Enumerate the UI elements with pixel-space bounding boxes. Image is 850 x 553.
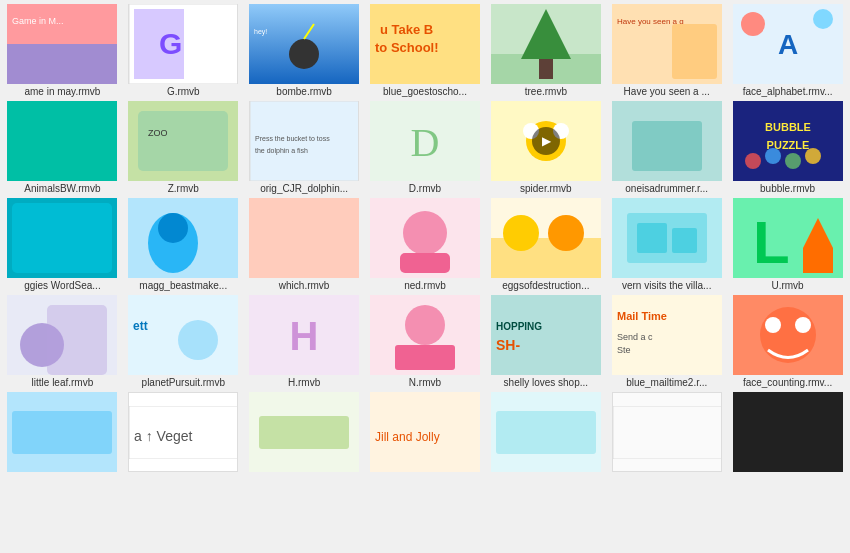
svg-rect-16 [539, 59, 553, 79]
item-label: N.rmvb [370, 377, 480, 388]
svg-rect-94 [259, 416, 349, 449]
svg-point-72 [178, 320, 218, 360]
list-item[interactable]: AnimalsBW.rmvb [4, 101, 121, 194]
item-label: D.rmvb [370, 183, 480, 194]
svg-text:Ste: Ste [617, 345, 631, 355]
item-label: bombe.rmvb [249, 86, 359, 97]
svg-text:A: A [777, 29, 797, 60]
svg-text:H: H [290, 314, 319, 358]
svg-point-22 [741, 12, 765, 36]
svg-text:ZOO: ZOO [148, 128, 168, 138]
item-label: blue_mailtime2.r... [612, 377, 722, 388]
list-item[interactable]: face_counting.rmv... [729, 295, 846, 388]
item-label: ggies WordSea... [7, 280, 117, 291]
svg-text:to School!: to School! [375, 40, 439, 55]
item-label: oneisadrummer.r... [612, 183, 722, 194]
list-item[interactable]: H H.rmvb [246, 295, 363, 388]
svg-rect-26 [138, 111, 228, 171]
svg-rect-90 [12, 411, 112, 454]
svg-rect-100 [733, 406, 843, 459]
list-item[interactable]: Game in M... ame in may.rmvb [4, 4, 121, 97]
list-item[interactable]: BUBBLE PUZZLE bubble.rmvb [729, 101, 846, 194]
media-grid: Game in M... ame in may.rmvb G G.rmvb he… [0, 0, 850, 478]
svg-text:a ↑ Veget: a ↑ Veget [134, 428, 192, 444]
list-item[interactable]: oneisadrummer.r... [608, 101, 725, 194]
list-item[interactable] [246, 392, 363, 474]
item-label: which.rmvb [249, 280, 359, 291]
svg-rect-62 [672, 228, 697, 253]
list-item[interactable] [608, 392, 725, 474]
list-item[interactable]: L U.rmvb [729, 198, 846, 291]
svg-text:hey!: hey! [254, 28, 267, 36]
svg-rect-66 [803, 248, 833, 273]
svg-rect-38 [632, 121, 702, 171]
item-label: ame in may.rmvb [7, 86, 117, 97]
svg-point-58 [548, 215, 584, 251]
svg-rect-24 [7, 101, 117, 181]
list-item[interactable] [487, 392, 604, 474]
list-item[interactable]: vern visits the villa... [608, 198, 725, 291]
svg-text:ett: ett [133, 319, 148, 333]
svg-point-86 [760, 307, 816, 363]
list-item[interactable]: G G.rmvb [125, 4, 242, 97]
svg-point-23 [813, 9, 833, 29]
item-label: H.rmvb [249, 377, 359, 388]
svg-rect-98 [496, 411, 596, 454]
list-item[interactable]: D D.rmvb [367, 101, 484, 194]
list-item[interactable]: hey! bombe.rmvb [246, 4, 363, 97]
svg-text:BUBBLE: BUBBLE [765, 121, 811, 133]
svg-text:Jill and Jolly: Jill and Jolly [375, 430, 440, 444]
list-item[interactable]: ett planetPursuit.rmvb [125, 295, 242, 388]
item-label: shelly loves shop... [491, 377, 601, 388]
svg-point-76 [405, 305, 445, 345]
list-item[interactable]: tree.rmvb [487, 4, 604, 97]
svg-rect-54 [400, 253, 450, 273]
svg-rect-19 [672, 24, 717, 79]
svg-point-43 [765, 148, 781, 164]
svg-rect-51 [249, 198, 359, 278]
list-item[interactable]: spider.rmvb [487, 101, 604, 194]
item-label: G.rmvb [128, 86, 238, 97]
svg-point-44 [785, 153, 801, 169]
svg-text:Mail Time: Mail Time [617, 310, 667, 322]
svg-text:G: G [159, 27, 182, 60]
svg-point-8 [289, 39, 319, 69]
list-item[interactable]: u Take B to School! blue_goestoscho... [367, 4, 484, 97]
svg-text:L: L [753, 209, 790, 276]
svg-rect-69 [47, 305, 107, 375]
list-item[interactable]: N.rmvb [367, 295, 484, 388]
list-item[interactable]: little leaf.rmvb [4, 295, 121, 388]
item-label: spider.rmvb [491, 183, 601, 194]
item-label: planetPursuit.rmvb [128, 377, 238, 388]
svg-text:SH-: SH- [496, 337, 520, 353]
list-item[interactable]: ned.rmvb [367, 198, 484, 291]
list-item[interactable]: Mail Time Send a c Ste blue_mailtime2.r.… [608, 295, 725, 388]
list-item[interactable]: ggies WordSea... [4, 198, 121, 291]
list-item[interactable]: A face_alphabet.rmv... [729, 4, 846, 97]
svg-point-50 [158, 213, 188, 243]
list-item[interactable]: ZOO Z.rmvb [125, 101, 242, 194]
svg-text:u Take B: u Take B [380, 22, 433, 37]
svg-text:the dolphin a fish: the dolphin a fish [255, 147, 308, 155]
list-item[interactable]: Jill and Jolly [367, 392, 484, 474]
svg-point-87 [765, 317, 781, 333]
list-item[interactable] [4, 392, 121, 474]
item-label: bubble.rmvb [733, 183, 843, 194]
svg-point-42 [745, 153, 761, 169]
item-label: tree.rmvb [491, 86, 601, 97]
svg-text:Press the bucket to toss: Press the bucket to toss [255, 135, 330, 142]
list-item[interactable]: magg_beastmake... [125, 198, 242, 291]
svg-rect-77 [395, 345, 455, 370]
list-item[interactable]: eggsofdestruction... [487, 198, 604, 291]
list-item[interactable]: HOPPING SH- shelly loves shop... [487, 295, 604, 388]
list-item[interactable] [729, 392, 846, 474]
svg-rect-99 [613, 406, 721, 459]
list-item[interactable]: a ↑ Veget [125, 392, 242, 474]
svg-rect-47 [12, 203, 112, 273]
list-item[interactable]: which.rmvb [246, 198, 363, 291]
svg-text:D: D [411, 120, 440, 165]
list-item[interactable]: Press the bucket to toss the dolphin a f… [246, 101, 363, 194]
list-item[interactable]: Have you seen a g Have you seen a ... [608, 4, 725, 97]
svg-rect-78 [491, 295, 601, 375]
item-label: face_counting.rmv... [733, 377, 843, 388]
